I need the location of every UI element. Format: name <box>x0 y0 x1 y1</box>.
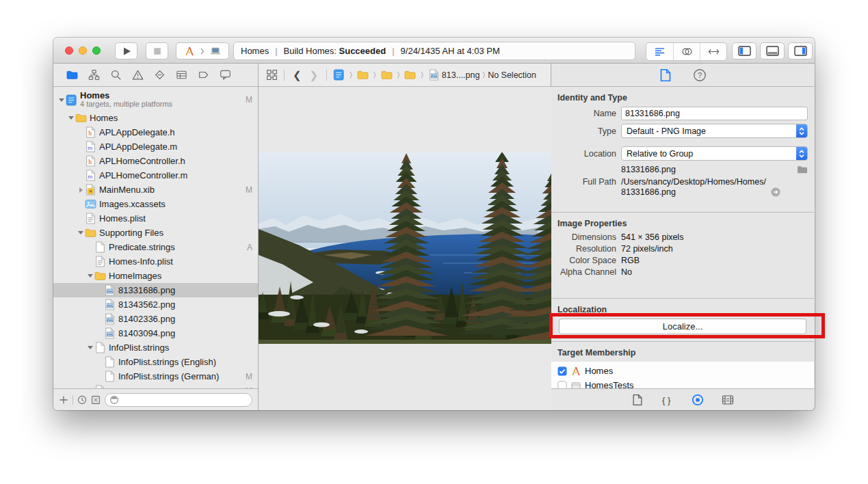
property-value: RGB <box>621 256 808 265</box>
tree-row[interactable]: hAPLHomeController.h <box>53 154 258 168</box>
file-label: Homes <box>90 113 118 123</box>
project-crumb-icon[interactable] <box>333 69 345 81</box>
tree-row[interactable]: Homes-Info.plist <box>53 254 258 269</box>
related-items-icon[interactable] <box>266 69 278 81</box>
file-label: Supporting Files <box>99 228 163 238</box>
project-navigator-icon[interactable] <box>66 69 78 81</box>
toggle-debug-area-button[interactable] <box>760 42 785 59</box>
symbol-navigator-icon[interactable] <box>88 69 100 81</box>
report-navigator-icon[interactable] <box>219 69 231 81</box>
plist-icon <box>94 256 106 267</box>
tree-row[interactable]: Homes.plist <box>53 211 258 226</box>
tree-row[interactable]: Supporting Files <box>53 226 258 240</box>
stop-icon <box>152 46 163 57</box>
folder-crumb-icon[interactable] <box>381 69 393 81</box>
file-label: MainMenu.xib <box>99 185 155 195</box>
disclosure-open-icon[interactable] <box>67 116 75 120</box>
disclosure-open-icon[interactable] <box>77 231 85 234</box>
strings-icon <box>104 371 116 382</box>
standard-editor-button[interactable] <box>646 43 673 60</box>
file-inspector-tab-icon[interactable] <box>659 68 672 82</box>
file-label: APLAppDelegate.m <box>99 142 177 152</box>
back-button[interactable]: ❮ <box>289 69 306 81</box>
version-editor-button[interactable] <box>700 43 726 60</box>
tree-row[interactable]: Homes <box>53 111 258 125</box>
tree-row[interactable]: Images.xcassets <box>53 197 258 211</box>
checkbox-checked[interactable] <box>557 366 567 376</box>
scm-status-icon[interactable] <box>91 395 101 405</box>
navigator-filter-bar <box>53 388 258 410</box>
window-titlebar[interactable]: Homes | Build Homes: Succeeded | 9/24/14… <box>53 38 815 64</box>
project-navigator-tree: Homes 4 targets, multiple platformsMHome… <box>53 87 258 388</box>
tree-row[interactable]: hAPLAppDelegate.h <box>53 125 258 139</box>
toggle-inspector-button[interactable] <box>788 42 813 59</box>
run-button[interactable] <box>115 42 137 59</box>
tree-row[interactable]: Predicate.stringsA <box>53 240 258 254</box>
tree-row[interactable]: mAPLAppDelegate.m <box>53 139 258 154</box>
stop-button[interactable] <box>146 42 168 59</box>
file-label: APLHomeController.m <box>99 170 187 180</box>
strings-icon <box>94 241 106 253</box>
tree-row[interactable]: InfoPlist.strings <box>53 340 258 355</box>
full-path-value: /Users/nancy/Desktop/Homes/Homes/ 813316… <box>621 177 766 198</box>
tree-row[interactable]: 81403094.png <box>53 326 258 340</box>
localize-button[interactable]: Localize... <box>559 319 806 334</box>
tree-row[interactable]: 81343562.png <box>53 297 258 312</box>
issue-navigator-icon[interactable] <box>131 69 144 81</box>
tree-row[interactable]: M <box>53 384 258 388</box>
debug-navigator-icon[interactable] <box>175 69 187 81</box>
image-file-crumb-icon[interactable] <box>428 69 440 81</box>
code-snippet-library-icon[interactable]: { } <box>661 394 674 406</box>
tree-row[interactable]: mAPLHomeController.m <box>53 168 258 183</box>
disclosure-open-icon[interactable] <box>86 274 94 278</box>
assistant-editor-button[interactable] <box>673 43 700 60</box>
disclosure-open-icon[interactable] <box>57 98 66 102</box>
folder-crumb-icon[interactable] <box>357 69 369 81</box>
tree-row[interactable]: InfoPlist.strings (English) <box>53 355 258 369</box>
filter-field[interactable] <box>105 393 252 407</box>
filter-input[interactable] <box>122 395 248 405</box>
panel-right-icon <box>794 46 807 56</box>
play-icon <box>121 46 132 57</box>
navigator-pane: Homes 4 targets, multiple platformsMHome… <box>53 64 259 410</box>
search-navigator-icon[interactable] <box>109 69 122 81</box>
toggle-navigator-button[interactable] <box>732 42 757 59</box>
add-icon[interactable] <box>59 395 68 405</box>
object-library-icon[interactable] <box>692 394 704 406</box>
breadcrumb-selection[interactable]: No Selection <box>488 70 536 80</box>
tree-row[interactable]: 81402336.png <box>53 312 258 326</box>
folder-crumb-icon[interactable] <box>404 69 416 81</box>
breakpoint-navigator-icon[interactable] <box>197 69 209 81</box>
divider <box>326 70 327 81</box>
tree-row[interactable]: InfoPlist.strings (German)M <box>53 369 258 384</box>
location-dropdown[interactable]: Relative to Group <box>621 146 808 161</box>
open-arrow-icon[interactable] <box>770 187 781 198</box>
test-navigator-icon[interactable] <box>153 69 166 81</box>
disclosure-closed-icon[interactable] <box>77 187 85 193</box>
recent-files-icon[interactable] <box>77 395 87 405</box>
disclosure-open-icon[interactable] <box>86 346 94 349</box>
file-label: 81343562.png <box>118 299 175 310</box>
media-library-icon[interactable] <box>722 394 734 406</box>
type-dropdown[interactable]: Default - PNG Image <box>621 124 808 138</box>
file-template-library-icon[interactable] <box>631 394 644 406</box>
close-button[interactable] <box>65 46 73 55</box>
divider <box>73 395 73 405</box>
project-row[interactable]: Homes 4 targets, multiple platformsM <box>53 89 258 111</box>
xcassets-icon <box>85 198 96 210</box>
tree-row[interactable]: 81331686.png <box>53 283 258 297</box>
target-name: Homes <box>585 366 613 376</box>
zoom-button[interactable] <box>92 46 101 55</box>
file-label: InfoPlist.strings (German) <box>118 371 219 381</box>
inspector-tab-bar: ? <box>551 64 814 87</box>
scheme-selector[interactable] <box>176 42 229 59</box>
tree-row[interactable]: HomeImages <box>53 269 258 283</box>
quick-help-tab-icon[interactable]: ? <box>693 68 707 82</box>
folder-small-icon[interactable] <box>797 164 808 175</box>
name-field[interactable] <box>621 107 808 120</box>
minimize-button[interactable] <box>79 46 87 55</box>
forward-button[interactable]: ❯ <box>306 69 323 81</box>
breadcrumb-file[interactable]: 813....png <box>442 70 480 80</box>
tree-row[interactable]: MainMenu.xibM <box>53 183 258 197</box>
section-header: Image Properties <box>557 219 808 228</box>
